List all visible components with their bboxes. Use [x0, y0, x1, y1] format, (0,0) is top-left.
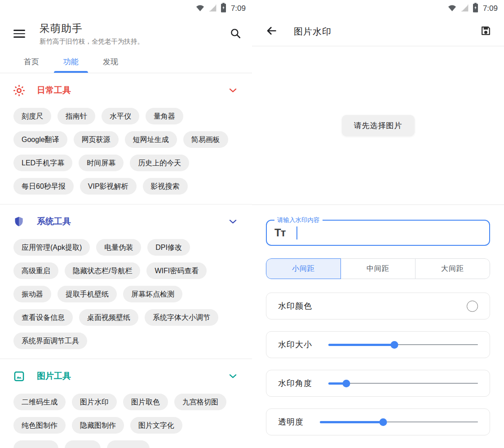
tab-item[interactable]: 发现	[91, 50, 130, 73]
spacing-option[interactable]: 小间距	[266, 258, 341, 279]
sun-icon	[13, 85, 25, 96]
no-signal-icon	[208, 3, 217, 14]
section-title: 系统工具	[37, 216, 71, 227]
screen-watermark: 7:09 图片水印 请先选择图片 请输入水印内容 Tт 小间距中间距大间距 水	[252, 0, 504, 448]
text-cursor	[296, 226, 297, 240]
tab-item[interactable]: 功能	[51, 50, 91, 73]
tool-chip[interactable]: VIP影视解析	[80, 178, 137, 195]
tool-chip[interactable]: 查看设备信息	[13, 309, 73, 326]
section-system-tools: 系统工具应用管理(Apk提取)电量伪装DPI修改高级重启隐藏状态栏/导航栏WIF…	[0, 204, 252, 359]
status-icons: 7:09	[195, 3, 246, 14]
tool-chip[interactable]: 水平仪	[102, 108, 139, 124]
slider-thumb[interactable]	[390, 341, 398, 349]
chip-row: 每日60秒早报VIP影视解析影视搜索	[13, 178, 239, 195]
page-title: 图片水印	[294, 26, 478, 38]
tool-chip[interactable]: 刻度尺	[13, 108, 51, 124]
tool-chip[interactable]: 系统界面调节工具	[13, 333, 87, 349]
tool-sections: 日常工具刻度尺指南针水平仪量角器Google翻译网页获源短网址生成简易画板LED…	[0, 73, 252, 448]
tool-chip[interactable]: 隐藏图制作	[72, 417, 124, 434]
opacity-card: 透明度	[266, 408, 490, 435]
card-label: 水印角度	[278, 378, 312, 389]
tool-chip[interactable]: 二维码生成	[13, 394, 66, 410]
tool-chip[interactable]: 简易画板	[183, 131, 228, 148]
tool-chip[interactable]: WIFI密码查看	[146, 262, 207, 279]
tool-chip[interactable]: 影视搜索	[143, 178, 188, 195]
status-time: 7:09	[231, 4, 246, 13]
tool-chip[interactable]: 振动器	[13, 286, 51, 302]
tool-chip[interactable]: 图片水印	[72, 394, 117, 410]
tool-chip[interactable]: 时间屏幕	[79, 155, 124, 171]
slider-thumb[interactable]	[379, 418, 387, 426]
tool-chip[interactable]: 纯色图制作	[13, 417, 66, 434]
search-button[interactable]	[228, 26, 243, 42]
save-button[interactable]	[478, 23, 493, 40]
spacing-option[interactable]: 大间距	[415, 258, 490, 279]
slider-active-track	[320, 421, 383, 423]
watermark-input-label: 请输入水印内容	[274, 216, 323, 224]
wifi-icon	[447, 3, 457, 14]
status-icons: 7:09	[447, 3, 498, 14]
tool-chip[interactable]: 每日60秒早报	[13, 178, 74, 195]
status-time: 7:09	[483, 4, 498, 13]
tool-chip[interactable]: 系统字体大小调节	[145, 309, 218, 326]
save-icon	[480, 25, 491, 38]
status-bar: 7:09	[252, 0, 504, 17]
tool-chip[interactable]: 屏幕坏点检测	[123, 286, 182, 302]
watermark-angle-card: 水印角度	[266, 370, 490, 397]
watermark-color-card: 水印颜色	[266, 293, 490, 319]
section-divider	[252, 204, 504, 205]
slider-active-track	[328, 344, 394, 346]
tool-chip[interactable]: 图片文字化	[130, 417, 182, 434]
tool-chip[interactable]: 桌面视频壁纸	[79, 309, 138, 326]
tool-chip[interactable]	[107, 440, 150, 448]
battery-charging-icon	[221, 3, 226, 14]
tool-chip[interactable]: 电量伪装	[96, 239, 141, 256]
app-subtitle: 新竹高于旧竹枝，全凭老干为扶持。	[40, 37, 228, 46]
menu-button[interactable]	[12, 26, 27, 42]
tool-chip[interactable]: 量角器	[146, 108, 183, 124]
card-label: 水印颜色	[278, 301, 312, 311]
opacity-slider[interactable]	[320, 417, 478, 427]
back-button[interactable]	[264, 23, 279, 40]
wifi-icon	[195, 3, 205, 14]
tool-chip[interactable]	[13, 440, 58, 448]
format-text-icon: Tт	[274, 226, 285, 239]
watermark-angle-slider[interactable]	[328, 378, 478, 388]
watermark-color-swatch[interactable]	[467, 301, 478, 312]
tool-chip[interactable]: 指南针	[57, 108, 95, 124]
chip-row: 系统界面调节工具	[13, 333, 239, 349]
tool-chip[interactable]: 历史上的今天	[130, 155, 189, 171]
chevron-down-icon[interactable]	[229, 88, 239, 93]
app-title: 呆萌助手	[40, 22, 228, 35]
tool-chip[interactable]: 隐藏状态栏/导航栏	[65, 262, 140, 279]
tool-chip[interactable]: DPI修改	[147, 239, 190, 256]
select-image-button[interactable]: 请先选择图片	[342, 115, 415, 136]
tab-item[interactable]: 首页	[12, 50, 51, 73]
hamburger-icon	[13, 27, 25, 40]
section-daily-tools: 日常工具刻度尺指南针水平仪量角器Google翻译网页获源短网址生成简易画板LED…	[0, 73, 252, 204]
tool-chip[interactable]: 网页获源	[74, 131, 119, 148]
section-title: 图片工具	[37, 370, 71, 382]
spacing-option[interactable]: 中间距	[340, 258, 416, 279]
slider-thumb[interactable]	[342, 380, 350, 387]
tool-chip[interactable]: Google翻译	[13, 131, 67, 148]
card-label: 水印大小	[278, 339, 312, 350]
tool-chip[interactable]: 九宫格切图	[174, 394, 226, 410]
tool-chip[interactable]: 高级重启	[13, 262, 58, 279]
watermark-controls-panel: 请输入水印内容 Tт 小间距中间距大间距 水印颜色水印大小水印角度透明度	[252, 220, 504, 435]
tool-chip[interactable]: 提取手机壁纸	[57, 286, 117, 302]
tool-chip[interactable]: 应用管理(Apk提取)	[13, 239, 90, 256]
section-header: 日常工具	[13, 84, 239, 97]
tool-chip[interactable]: LED手机字幕	[13, 155, 72, 171]
two-screen-layout: 7:09 呆萌助手 新竹高于旧竹枝，全凭老干为扶持。 首页功能发现 日常工具刻度…	[0, 0, 504, 448]
chip-row: 高级重启隐藏状态栏/导航栏WIFI密码查看	[13, 262, 239, 279]
tool-chip[interactable]: 短网址生成	[125, 131, 177, 148]
chevron-down-icon[interactable]	[229, 374, 239, 379]
watermark-text-input[interactable]: 请输入水印内容 Tт	[266, 220, 490, 246]
watermark-size-slider[interactable]	[328, 340, 478, 350]
chevron-down-icon[interactable]	[229, 219, 239, 224]
tool-chip[interactable]	[65, 440, 101, 448]
screen-home: 7:09 呆萌助手 新竹高于旧竹枝，全凭老干为扶持。 首页功能发现 日常工具刻度…	[0, 0, 252, 448]
card-label: 透明度	[278, 417, 304, 427]
tool-chip[interactable]: 图片取色	[123, 394, 168, 410]
